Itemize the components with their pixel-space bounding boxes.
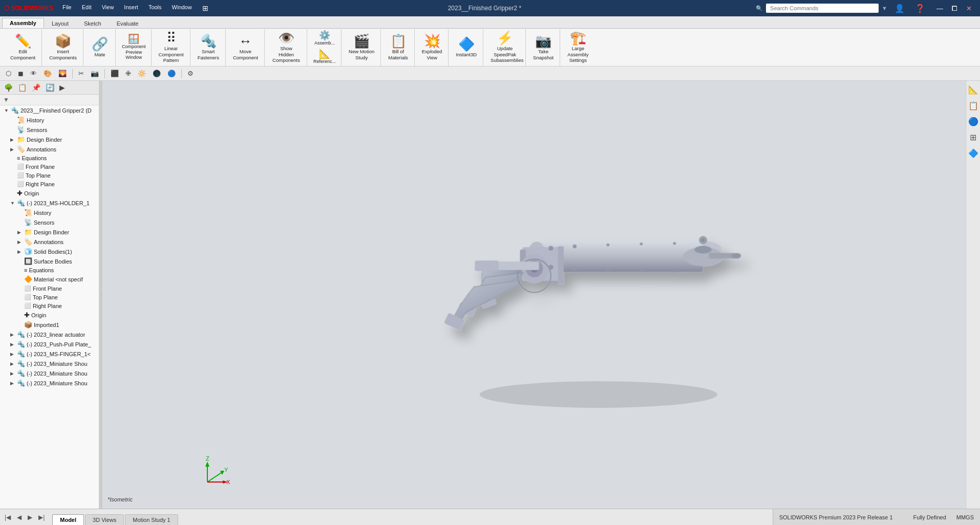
view-ambient-button[interactable]: 🔵 (165, 69, 178, 78)
large-assembly-button[interactable]: 🏗️ LargeAssemblySettings (564, 30, 591, 64)
menu-window[interactable]: Window (167, 2, 197, 14)
tree-sensors[interactable]: 📡 Sensors (0, 125, 99, 135)
property-manager-button[interactable]: 📋 (16, 82, 29, 93)
tree-annotations[interactable]: ▶ 🏷️ Annotations (0, 144, 99, 154)
tree-ms-history[interactable]: 📜 History (0, 208, 99, 217)
close-button[interactable]: ✕ (962, 4, 976, 13)
view-camera-button[interactable]: 📷 (88, 69, 101, 78)
tree-ms-finger[interactable]: ▶ 🔩 (-) 2023_MS-FINGER_1< (0, 349, 99, 359)
tree-ms-annotations[interactable]: ▶ 🏷️ Annotations (0, 237, 99, 247)
tree-design-binder[interactable]: ▶ 📁 Design Binder (0, 135, 99, 144)
tree-origin[interactable]: ✚ Origin (0, 188, 99, 198)
mate-button[interactable]: 🔗 Mate (88, 36, 112, 59)
rp-scene-button[interactable]: 🔵 (967, 115, 979, 128)
tab-next-button[interactable]: ▶ (25, 512, 35, 522)
menu-insert[interactable]: Insert (119, 2, 143, 14)
view-realview-button[interactable]: 🔆 (135, 69, 148, 78)
rp-display-state-button[interactable]: 🔷 (967, 146, 979, 160)
show-hidden-button[interactable]: 👁️ Show HiddenComponents (269, 30, 304, 64)
display-manager-button[interactable]: ▶ (57, 82, 67, 93)
feature-manager-button[interactable]: 🌳 (2, 82, 15, 93)
tree-ms-holder[interactable]: ▼ 🔩 (-) 2023_MS-HOLDER_1 (0, 198, 99, 208)
ribbon-group-mate: 🔗 Mate (84, 29, 116, 66)
rp-view-settings-button[interactable]: 📐 (967, 83, 979, 97)
search-input[interactable] (766, 4, 879, 13)
section-view-button[interactable]: ✂ (76, 69, 87, 78)
view-orientation-button[interactable]: ⬡ (3, 69, 14, 78)
tree-ms-right-plane[interactable]: ⬜ Right Plane (0, 301, 99, 310)
menu-expand[interactable]: ⊞ (197, 2, 214, 14)
tree-ms-solid-bodies[interactable]: ▶ 🧊 Solid Bodies(1) (0, 247, 99, 256)
tree-ms-design-binder[interactable]: ▶ 📁 Design Binder (0, 227, 99, 237)
tab-3d-views[interactable]: 3D Views (85, 514, 124, 525)
reference-geometry-icon: 📐 (319, 49, 330, 58)
reference-geometry-button[interactable]: 📐 Referenc... (311, 48, 338, 65)
tree-ms-sensors[interactable]: 📡 Sensors (0, 217, 99, 227)
menu-tools[interactable]: Tools (143, 2, 167, 14)
tree-history[interactable]: 📜 History (0, 115, 99, 125)
instant3d-button[interactable]: 🔷 Instant3D (453, 36, 480, 59)
rp-realview-button[interactable]: ⊞ (969, 130, 977, 144)
tree-top-plane[interactable]: ⬜ Top Plane (0, 171, 99, 180)
tree-equations[interactable]: ≡ Equations (0, 154, 99, 162)
bill-of-materials-button[interactable]: 📋 Bill ofMaterials (385, 33, 411, 62)
tree-miniature-shou-2[interactable]: ▶ 🔩 (-) 2023_Miniature Shou (0, 368, 99, 378)
move-component-button[interactable]: ↔️ MoveComponent (230, 33, 261, 62)
tree-miniature-shou-3[interactable]: ▶ 🔩 (-) 2023_Miniature Shou (0, 378, 99, 388)
component-preview-button[interactable]: 🪟 ComponentPreviewWindow (120, 33, 148, 61)
tree-root-assembly[interactable]: ▼ 🔩 2023__Finished Gripper2 (D (0, 105, 99, 115)
search-options-icon[interactable]: ▼ (882, 5, 887, 11)
insert-components-button[interactable]: 📦 InsertComponents (46, 33, 80, 62)
tree-ms-front-plane[interactable]: ⬜ Front Plane (0, 284, 99, 293)
tab-assembly[interactable]: Assembly (2, 18, 44, 28)
view-display-button[interactable]: ◼ (15, 69, 26, 78)
tab-evaluate[interactable]: Evaluate (109, 18, 146, 28)
tree-push-pull-plate[interactable]: ▶ 🔩 (-) 2023_Push-Pull Plate_ (0, 339, 99, 349)
update-speedpak-button[interactable]: ⚡ UpdateSpeedPakSubassemblies (487, 30, 522, 64)
exploded-view-button[interactable]: 💥 ExplodedView (419, 33, 445, 62)
tab-motion-study[interactable]: Motion Study 1 (125, 514, 178, 525)
view-shadows-button[interactable]: 🌑 (150, 69, 163, 78)
tab-layout[interactable]: Layout (44, 18, 76, 28)
edit-component-button[interactable]: ✏️ EditComponent (7, 33, 38, 62)
linear-pattern-button[interactable]: ⠿ LinearComponentPattern (156, 30, 187, 64)
user-icon[interactable]: 👤 (891, 3, 908, 14)
view-edit-appearance-button[interactable]: 🎨 (41, 69, 54, 78)
help-icon[interactable]: ❓ (912, 3, 928, 14)
view-scenes-button[interactable]: 🌄 (56, 69, 69, 78)
tab-first-button[interactable]: |◀ (2, 512, 13, 522)
tree-ms-imported[interactable]: 📦 Imported1 (0, 320, 99, 330)
view-more-button[interactable]: ⚙ (185, 69, 196, 78)
tree-ms-origin[interactable]: ✚ Origin (0, 310, 99, 320)
tree-ms-material[interactable]: 🔶 Material <not specif (0, 274, 99, 284)
assembly-features-button[interactable]: ⚙️ Assemb... (312, 30, 337, 47)
maximize-button[interactable]: ⧠ (947, 4, 962, 13)
tree-linear-actuator[interactable]: ▶ 🔩 (-) 2023_linear actuator (0, 330, 99, 339)
menu-edit[interactable]: Edit (77, 2, 97, 14)
tree-front-plane[interactable]: ⬜ Front Plane (0, 162, 99, 171)
tab-model[interactable]: Model (52, 514, 84, 525)
view-cube-button[interactable]: ⬛ (108, 69, 121, 78)
tree-ms-top-plane[interactable]: ⬜ Top Plane (0, 293, 99, 301)
tree-ms-equations[interactable]: ≡ Equations (0, 266, 99, 274)
view-triad-button[interactable]: ✙ (123, 69, 134, 78)
view-hide-show-button[interactable]: 👁 (28, 69, 39, 78)
menu-file[interactable]: File (57, 2, 77, 14)
tree-ms-surface-bodies[interactable]: 🔲 Surface Bodies (0, 256, 99, 266)
viewport[interactable]: Z Y X *Isometric (102, 81, 966, 509)
filter-icon[interactable]: ▼ (3, 96, 9, 103)
tree-miniature-shou-1[interactable]: ▶ 🔩 (-) 2023_Miniature Shou (0, 359, 99, 368)
tab-prev-button[interactable]: ◀ (14, 512, 24, 522)
minimize-button[interactable]: — (932, 4, 947, 13)
take-snapshot-button[interactable]: 📷 TakeSnapshot (530, 33, 557, 62)
rp-appearance-button[interactable]: 📋 (967, 99, 979, 113)
tab-sketch[interactable]: Sketch (76, 18, 109, 28)
tree-right-plane[interactable]: ⬜ Right Plane (0, 180, 99, 188)
menu-view[interactable]: View (97, 2, 119, 14)
smart-fasteners-button[interactable]: 🔩 SmartFasteners (195, 33, 222, 62)
config-manager-button[interactable]: 📌 (30, 82, 42, 93)
dim-xpert-button[interactable]: 🔄 (44, 82, 56, 93)
new-motion-study-button[interactable]: 🎬 New MotionStudy (346, 33, 377, 62)
tab-last-button[interactable]: ▶| (36, 512, 47, 522)
top-plane-label: Top Plane (26, 172, 51, 179)
